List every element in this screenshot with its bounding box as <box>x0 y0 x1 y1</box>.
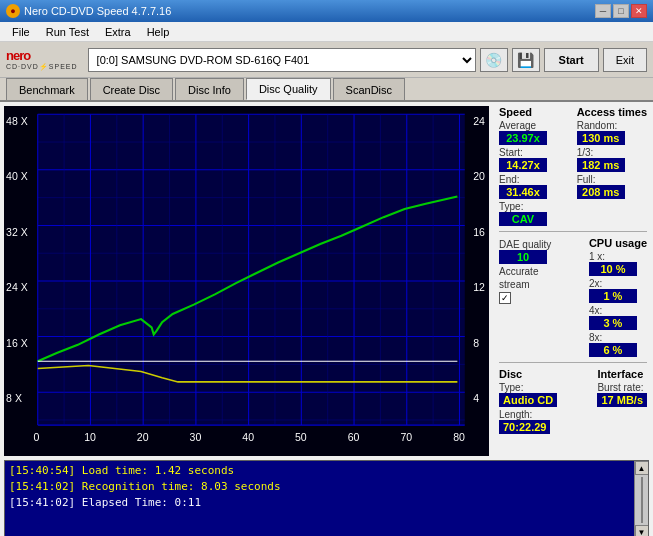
menu-run-test[interactable]: Run Test <box>38 24 97 40</box>
svg-text:4: 4 <box>473 394 479 405</box>
speed-start-value: 14.27x <box>499 158 547 172</box>
scroll-down-button[interactable]: ▼ <box>635 525 649 536</box>
speed-end-value: 31.46x <box>499 185 547 199</box>
scroll-thumb[interactable] <box>641 477 643 523</box>
svg-text:0: 0 <box>34 432 40 443</box>
drive-select[interactable]: [0:0] SAMSUNG DVD-ROM SD-616Q F401 <box>88 48 476 72</box>
svg-text:20: 20 <box>137 432 149 443</box>
menu-help[interactable]: Help <box>139 24 178 40</box>
one-third-label: 1/3: <box>577 147 594 158</box>
minimize-button[interactable]: ─ <box>595 4 611 18</box>
menu-extra[interactable]: Extra <box>97 24 139 40</box>
close-button[interactable]: ✕ <box>631 4 647 18</box>
disc-icon-button[interactable]: 💿 <box>480 48 508 72</box>
stream-label: stream <box>499 279 530 290</box>
svg-text:24 X: 24 X <box>6 282 28 293</box>
chart-svg: 48 X 40 X 32 X 24 X 16 X 8 X 24 20 16 12… <box>4 106 489 456</box>
speed-average-label: Average <box>499 120 536 131</box>
svg-rect-13 <box>38 114 465 425</box>
speed-section: Speed Average 23.97x Start: 14.27x End: … <box>499 106 647 226</box>
one-third-value: 182 ms <box>577 158 625 172</box>
svg-text:24: 24 <box>473 116 485 127</box>
log-scrollbar: ▲ ▼ <box>634 461 648 536</box>
log-line-0: [15:40:54] Load time: 1.42 seconds <box>9 463 644 479</box>
svg-text:50: 50 <box>295 432 307 443</box>
svg-text:40: 40 <box>242 432 254 443</box>
right-panel: Speed Average 23.97x Start: 14.27x End: … <box>493 102 653 460</box>
chart-area: 48 X 40 X 32 X 24 X 16 X 8 X 24 20 16 12… <box>4 106 489 456</box>
svg-text:8: 8 <box>473 338 479 349</box>
tab-benchmark[interactable]: Benchmark <box>6 78 88 100</box>
burst-value: 17 MB/s <box>597 393 647 407</box>
save-icon-button[interactable]: 💾 <box>512 48 540 72</box>
accurate-label: Accurate <box>499 266 538 277</box>
svg-text:60: 60 <box>348 432 360 443</box>
accurate-stream-checkbox[interactable]: ✓ <box>499 292 511 304</box>
log-line-1: [15:41:02] Recognition time: 8.03 second… <box>9 479 644 495</box>
random-label: Random: <box>577 120 618 131</box>
maximize-button[interactable]: □ <box>613 4 629 18</box>
svg-text:10: 10 <box>84 432 96 443</box>
dae-label: DAE quality <box>499 239 551 250</box>
toolbar: nero CD·DVD⚡SPEED [0:0] SAMSUNG DVD-ROM … <box>0 42 653 78</box>
disc-title: Disc <box>499 368 522 380</box>
start-button[interactable]: Start <box>544 48 599 72</box>
scroll-up-button[interactable]: ▲ <box>635 461 649 475</box>
app-title: Nero CD-DVD Speed 4.7.7.16 <box>24 5 171 17</box>
speed-type-value: CAV <box>499 212 547 226</box>
full-label: Full: <box>577 174 596 185</box>
log-content: [15:40:54] Load time: 1.42 seconds [15:4… <box>5 461 648 513</box>
svg-text:40 X: 40 X <box>6 171 28 182</box>
disc-type-label: Type: <box>499 382 523 393</box>
tab-scan-disc[interactable]: ScanDisc <box>333 78 405 100</box>
svg-text:80: 80 <box>453 432 465 443</box>
tab-disc-info[interactable]: Disc Info <box>175 78 244 100</box>
burst-label: Burst rate: <box>597 382 643 393</box>
access-times-title: Access times <box>577 106 647 118</box>
svg-text:8 X: 8 X <box>6 394 22 405</box>
svg-text:12: 12 <box>473 282 485 293</box>
cpu8x-label: 8x: <box>589 332 602 343</box>
speed-average-value: 23.97x <box>499 131 547 145</box>
disc-length-label: Length: <box>499 409 532 420</box>
cpu4x-label: 4x: <box>589 305 602 316</box>
nero-logo-top: nero <box>6 48 78 63</box>
speed-type-label: Type: <box>499 201 523 212</box>
title-bar: ● Nero CD-DVD Speed 4.7.7.16 ─ □ ✕ <box>0 0 653 22</box>
speed-start-label: Start: <box>499 147 523 158</box>
tabs-bar: Benchmark Create Disc Disc Info Disc Qua… <box>0 78 653 102</box>
cpu2x-value: 1 % <box>589 289 637 303</box>
disc-type-value: Audio CD <box>499 393 557 407</box>
menu-file[interactable]: File <box>4 24 38 40</box>
app-icon: ● <box>6 4 20 18</box>
exit-button[interactable]: Exit <box>603 48 647 72</box>
cpu4x-value: 3 % <box>589 316 637 330</box>
tab-disc-quality[interactable]: Disc Quality <box>246 78 331 100</box>
speed-end-label: End: <box>499 174 520 185</box>
cpu1x-value: 10 % <box>589 262 637 276</box>
main-area: 48 X 40 X 32 X 24 X 16 X 8 X 24 20 16 12… <box>0 102 653 460</box>
svg-text:16 X: 16 X <box>6 338 28 349</box>
menu-bar: File Run Test Extra Help <box>0 22 653 42</box>
full-value: 208 ms <box>577 185 625 199</box>
svg-text:48 X: 48 X <box>6 116 28 127</box>
nero-logo-bottom: CD·DVD⚡SPEED <box>6 63 78 71</box>
interface-title: Interface <box>597 368 643 380</box>
log-line-2: [15:41:02] Elapsed Time: 0:11 <box>9 495 644 511</box>
cpu2x-label: 2x: <box>589 278 602 289</box>
svg-text:16: 16 <box>473 227 485 238</box>
svg-text:20: 20 <box>473 171 485 182</box>
speed-title: Speed <box>499 106 532 118</box>
disc-length-value: 70:22.29 <box>499 420 550 434</box>
svg-text:30: 30 <box>190 432 202 443</box>
log-area: [15:40:54] Load time: 1.42 seconds [15:4… <box>4 460 649 536</box>
tab-create-disc[interactable]: Create Disc <box>90 78 173 100</box>
svg-text:70: 70 <box>400 432 412 443</box>
random-value: 130 ms <box>577 131 625 145</box>
cpu-title: CPU usage <box>589 237 647 249</box>
nero-logo: nero CD·DVD⚡SPEED <box>6 48 78 71</box>
cpu8x-value: 6 % <box>589 343 637 357</box>
dae-value: 10 <box>499 250 547 264</box>
svg-text:32 X: 32 X <box>6 227 28 238</box>
cpu1x-label: 1 x: <box>589 251 605 262</box>
